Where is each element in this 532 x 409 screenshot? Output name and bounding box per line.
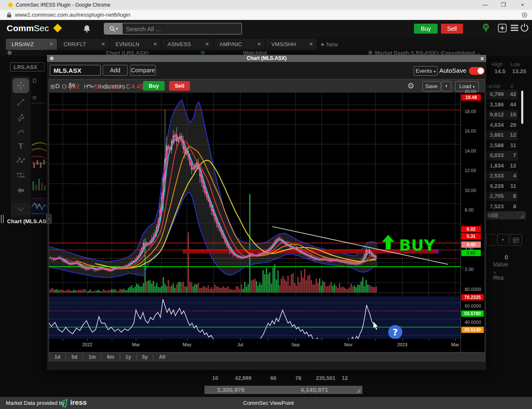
volume-bar (331, 282, 332, 293)
buy-button[interactable]: Buy (414, 24, 438, 34)
load-caret-icon: ▾ (473, 85, 475, 89)
price-tick-label: 8.00 (465, 207, 473, 212)
symbol-input[interactable] (50, 65, 101, 76)
volume-bar (253, 280, 254, 293)
chart-buy-button[interactable]: Buy (143, 81, 165, 91)
tab-evn-gln[interactable]: EVN/GLN× (110, 39, 161, 50)
range-button-1d[interactable]: 1d (49, 354, 66, 360)
range-button-6m[interactable]: 6m (101, 354, 120, 360)
time-label-2023: 2023 (393, 342, 411, 347)
pattern-tool-button[interactable] (12, 153, 29, 168)
chart-plot[interactable]: BUY? (49, 93, 461, 352)
tab-crr-flt[interactable]: CRR/FLT× (58, 39, 109, 50)
tab-lrs-avz[interactable]: LRS/AVZ× (6, 39, 57, 50)
close-window-button[interactable]: × (516, 1, 529, 9)
volume-bar (171, 286, 172, 293)
background-symbol-input[interactable] (10, 62, 45, 71)
tab-close-icon[interactable]: × (257, 41, 261, 47)
resize-grip-icon[interactable] (356, 388, 361, 393)
sort-arrow-icon: ▲ (493, 270, 497, 274)
tab-close-icon[interactable]: × (101, 41, 105, 47)
trendline-tool-button[interactable] (12, 95, 29, 110)
date-caret-button[interactable]: ▾ (497, 234, 509, 246)
maximize-button[interactable]: ❒ (497, 1, 510, 9)
range-button-1y[interactable]: 1y (120, 354, 137, 360)
time-label-May: May (178, 342, 196, 347)
date-input-fragment[interactable] (486, 234, 495, 246)
measure-icon (16, 171, 25, 180)
text-tool-button[interactable]: T (12, 139, 29, 154)
tab-close-icon[interactable]: × (153, 41, 157, 47)
ohlc-expand-icon[interactable]: ⊞ (50, 83, 55, 90)
price-badge-4.45: 4.45 (461, 241, 481, 248)
panel-collapse-tab[interactable]: ‹ (46, 214, 52, 224)
volume-bar (57, 289, 58, 293)
new-tab-button[interactable]: +New (321, 41, 338, 48)
range-button-all[interactable]: All (153, 354, 170, 360)
floating-chart-label[interactable]: Chart (MLS.AS (7, 218, 47, 224)
search-input[interactable] (125, 24, 239, 33)
crosshair-tool-button[interactable] (12, 78, 29, 93)
range-button-5d[interactable]: 5d (66, 354, 83, 360)
depth-askvol-cell: 2,705 (485, 193, 504, 199)
tab-asn-ess[interactable]: ASN/ESS× (162, 39, 213, 50)
notification-bell-icon[interactable] (83, 25, 91, 33)
gear-icon[interactable]: ⚙ (407, 81, 414, 91)
add-button[interactable]: Add (103, 65, 128, 76)
depth-count-cell: 20 (505, 122, 516, 128)
idea-bulb-icon[interactable] (482, 23, 490, 33)
range-button-1m[interactable]: 1m (83, 354, 101, 360)
price-axis[interactable]: 20.0018.0016.0014.0012.0010.008.004.002.… (461, 93, 485, 352)
depth-count-cell: 7 (505, 152, 516, 158)
tab-close-icon[interactable]: × (205, 41, 209, 47)
background-range-1d: 1d (35, 202, 40, 207)
events-dropdown[interactable]: Events ▾ (414, 66, 438, 76)
volume-bar (248, 284, 249, 293)
autosave-toggle[interactable] (469, 67, 485, 75)
power-icon[interactable] (520, 23, 529, 32)
volume-bar (211, 287, 212, 293)
volume-bar (141, 286, 143, 293)
chart-window-titlebar[interactable]: Chart (MLS.ASX) (47, 55, 486, 62)
price-tick-label: 16.00 (465, 128, 476, 133)
brush-tool-button[interactable] (12, 125, 29, 140)
pitchfork-tool-button[interactable] (12, 110, 29, 125)
menu-icon[interactable] (510, 25, 519, 31)
chart-sell-button[interactable]: Sell (169, 81, 190, 91)
price-tick-label: 20.00 (465, 89, 476, 94)
volume-bar (284, 279, 286, 293)
eye-icon[interactable] (521, 12, 528, 18)
sell-button[interactable]: Sell (441, 24, 463, 34)
sidebar-more-button[interactable] (11, 203, 31, 215)
tab-vms-shh[interactable]: VMS/SHH× (266, 39, 317, 50)
measure-tool-button[interactable] (12, 168, 29, 183)
chart-window-close-icon[interactable]: × (480, 55, 484, 62)
add-widget-icon[interactable] (498, 24, 507, 32)
minimize-button[interactable]: — (479, 1, 491, 9)
rsi-tick-label: 40.0000 (465, 320, 481, 325)
tab-close-icon[interactable]: × (49, 41, 53, 47)
value-column-header[interactable]: Value ▲ Rea (493, 261, 508, 281)
tab-close-icon[interactable]: × (309, 41, 313, 47)
save-button[interactable]: Save (422, 81, 441, 91)
url-text[interactable]: www2.commsec.com.au/iressplugin-net6/log… (15, 12, 131, 18)
volume-bar (68, 289, 69, 293)
window-edge-grip[interactable] (1, 215, 4, 223)
depth-askvol-header[interactable]: skVol (487, 83, 500, 89)
volume-bar (296, 286, 297, 293)
time-tick (214, 339, 214, 340)
tab-amp-nic[interactable]: AMP/NIC× (214, 39, 265, 50)
range-button-5y[interactable]: 5y (137, 354, 153, 360)
depth-count-header[interactable]: # (510, 83, 513, 89)
depth-scrollbar-thumb[interactable] (521, 91, 523, 124)
volume-bar (50, 289, 51, 293)
compare-button[interactable]: Compare (130, 65, 156, 76)
back-tool-button[interactable] (12, 183, 29, 198)
calendar-button[interactable] (510, 234, 522, 246)
time-axis[interactable]: 2022MarMayJulSepNov2023Mar (49, 339, 461, 352)
save-caret-button[interactable]: ▾ (441, 81, 451, 91)
volume-bar (334, 284, 335, 293)
search-scope-button[interactable]: ▾ (104, 23, 123, 34)
volume-bar (130, 287, 131, 293)
resize-grip-icon[interactable] (520, 214, 525, 219)
